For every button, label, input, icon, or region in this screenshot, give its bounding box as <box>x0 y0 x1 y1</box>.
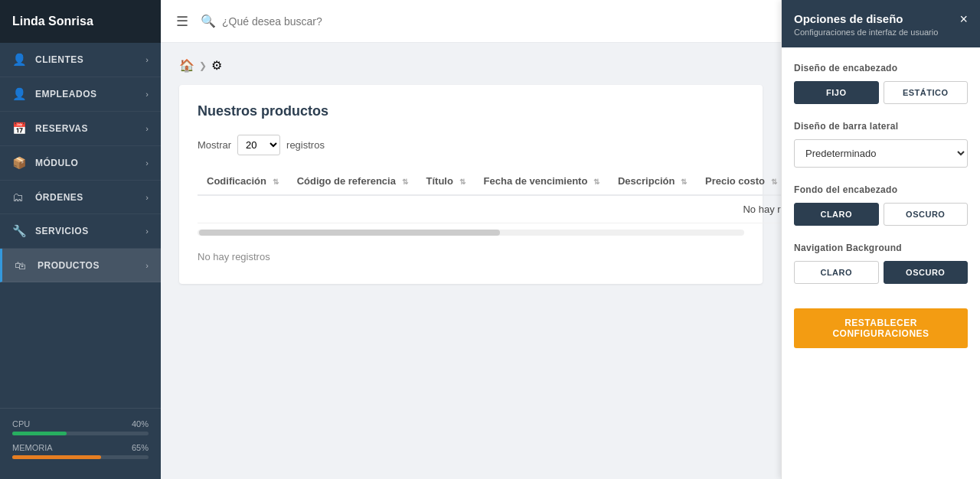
records-select[interactable]: 20 10 50 100 <box>237 135 280 155</box>
breadcrumb-separator: ❯ <box>199 60 207 71</box>
col-precio-costo[interactable]: Precio costo ⇅ <box>696 168 781 195</box>
products-table: Codificación ⇅Código de referencia ⇅Títu… <box>198 168 781 223</box>
main-area: ☰ 🔍 🏠 ❯ ⚙ Nuestros productos Mostrar 20 … <box>161 0 781 479</box>
ordenes-icon: 🗂 <box>12 191 28 204</box>
design-panel-subtitle: Configuraciones de interfaz de usuario <box>794 28 938 37</box>
fijo-button[interactable]: FIJO <box>794 81 879 104</box>
servicios-label: SERVICIOS <box>35 226 145 236</box>
sidebar-item-modulo[interactable]: 📦 MÓDULO › <box>0 146 161 181</box>
reservas-label: RESERVAS <box>35 123 145 134</box>
reservas-icon: 📅 <box>12 122 28 135</box>
sidebar-item-ordenes[interactable]: 🗂 ÓRDENES › <box>0 181 161 214</box>
table-controls: Mostrar 20 10 50 100 registros <box>198 135 744 155</box>
table-scrollbar[interactable] <box>198 230 744 236</box>
design-panel-body: Diseño de encabezado FIJO ESTÁTICO Diseñ… <box>782 47 980 479</box>
memory-bar <box>12 455 149 459</box>
productos-label: PRODUCTOS <box>38 260 145 271</box>
header-design-section: Diseño de encabezado FIJO ESTÁTICO <box>794 63 968 104</box>
sort-icon: ⇅ <box>593 178 599 186</box>
memory-label: MEMORIA <box>12 443 53 452</box>
sidebar-user: Linda Sonrisa <box>0 0 161 43</box>
close-icon[interactable]: × <box>959 12 968 26</box>
cpu-value: 40% <box>132 419 149 428</box>
panel-title: Nuestros productos <box>198 103 744 119</box>
no-records-row: No hay registros pa... <box>198 195 781 223</box>
nav-bg-btn-group: CLARO OSCURO <box>794 261 968 284</box>
cpu-label: CPU <box>12 419 30 428</box>
ordenes-arrow: › <box>145 193 149 202</box>
products-panel: Nuestros productos Mostrar 20 10 50 100 … <box>179 85 763 284</box>
page-content: 🏠 ❯ ⚙ Nuestros productos Mostrar 20 10 5… <box>161 43 781 479</box>
claro-header-button[interactable]: CLARO <box>794 203 879 226</box>
breadcrumb: 🏠 ❯ ⚙ <box>179 58 763 73</box>
no-records-cell: No hay registros pa... <box>198 195 781 223</box>
sidebar: Linda Sonrisa 👤 CLIENTES › 👤 EMPLEADOS ›… <box>0 0 161 479</box>
servicios-icon: 🔧 <box>12 224 28 238</box>
cpu-bar <box>12 432 149 435</box>
search-icon: 🔍 <box>201 14 216 28</box>
productos-arrow: › <box>145 261 149 270</box>
memory-value: 65% <box>132 443 149 452</box>
sidebar-item-reservas[interactable]: 📅 RESERVAS › <box>0 112 161 146</box>
search-bar: 🔍 <box>201 14 766 28</box>
search-input[interactable] <box>222 15 766 28</box>
sidebar-design-section: Diseño de barra lateral Predeterminado C… <box>794 121 968 168</box>
header-bg-label: Fondo del encabezado <box>794 184 968 195</box>
no-records-bottom: No hay registros <box>198 242 744 272</box>
sidebar-item-clientes[interactable]: 👤 CLIENTES › <box>0 43 161 77</box>
table-scroll-thumb <box>199 230 500 236</box>
clientes-arrow: › <box>145 55 149 64</box>
table-head: Codificación ⇅Código de referencia ⇅Títu… <box>198 168 781 195</box>
sort-icon: ⇅ <box>459 178 466 186</box>
header-design-label: Diseño de encabezado <box>794 63 968 73</box>
col-codificación[interactable]: Codificación ⇅ <box>198 168 288 195</box>
sidebar-item-empleados[interactable]: 👤 EMPLEADOS › <box>0 77 161 112</box>
col-título[interactable]: Título ⇅ <box>417 168 475 195</box>
claro-nav-button[interactable]: CLARO <box>794 261 879 284</box>
records-label: registros <box>286 139 325 151</box>
header-design-btn-group: FIJO ESTÁTICO <box>794 81 968 104</box>
sidebar-nav: 👤 CLIENTES › 👤 EMPLEADOS › 📅 RESERVAS › … <box>0 43 161 408</box>
cpu-stat: CPU 40% <box>12 419 149 435</box>
col-fecha-de-vencimiento[interactable]: Fecha de vencimiento ⇅ <box>475 168 609 195</box>
home-icon[interactable]: 🏠 <box>179 58 194 73</box>
topbar: ☰ 🔍 <box>161 0 781 43</box>
sort-icon: ⇅ <box>771 178 777 186</box>
sidebar-stats: CPU 40% MEMORIA 65% <box>0 408 161 479</box>
col-descripción[interactable]: Descripción ⇅ <box>609 168 696 195</box>
modulo-icon: 📦 <box>12 156 28 170</box>
reset-button[interactable]: RESTABLECER CONFIGURACIONES <box>794 308 968 348</box>
design-panel-title: Opciones de diseño <box>794 12 938 25</box>
oscuro-nav-button[interactable]: OSCURO <box>884 261 969 284</box>
oscuro-header-button[interactable]: OSCURO <box>884 203 969 226</box>
empleados-arrow: › <box>145 90 149 99</box>
table-header-row: Codificación ⇅Código de referencia ⇅Títu… <box>198 168 781 195</box>
sidebar-design-select[interactable]: Predeterminado Compacto Expandido <box>794 139 968 168</box>
empleados-label: EMPLEADOS <box>35 89 145 99</box>
empleados-icon: 👤 <box>12 87 28 101</box>
modulo-label: MÓDULO <box>35 158 145 168</box>
header-bg-section: Fondo del encabezado CLARO OSCURO <box>794 184 968 226</box>
table-body: No hay registros pa... <box>198 195 781 223</box>
sort-icon: ⇅ <box>681 178 687 186</box>
show-label: Mostrar <box>198 139 231 151</box>
settings-icon[interactable]: ⚙ <box>211 58 222 73</box>
estatico-button[interactable]: ESTÁTICO <box>884 81 969 104</box>
reservas-arrow: › <box>145 124 149 133</box>
nav-bg-section: Navigation Background CLARO OSCURO <box>794 243 968 284</box>
clientes-icon: 👤 <box>12 53 28 67</box>
col-código-de-referencia[interactable]: Código de referencia ⇅ <box>288 168 417 195</box>
clientes-label: CLIENTES <box>35 54 145 65</box>
sidebar-item-servicios[interactable]: 🔧 SERVICIOS › <box>0 214 161 249</box>
menu-icon[interactable]: ☰ <box>176 13 188 30</box>
design-panel-header: Opciones de diseño Configuraciones de in… <box>782 0 980 47</box>
memory-stat: MEMORIA 65% <box>12 443 149 459</box>
sidebar-item-productos[interactable]: 🛍 PRODUCTOS › <box>0 249 161 282</box>
nav-bg-label: Navigation Background <box>794 243 968 253</box>
modulo-arrow: › <box>145 158 149 168</box>
header-bg-btn-group: CLARO OSCURO <box>794 203 968 226</box>
design-panel: Opciones de diseño Configuraciones de in… <box>781 0 980 479</box>
productos-icon: 🛍 <box>15 259 30 272</box>
sort-icon: ⇅ <box>402 178 408 186</box>
ordenes-label: ÓRDENES <box>35 192 145 203</box>
